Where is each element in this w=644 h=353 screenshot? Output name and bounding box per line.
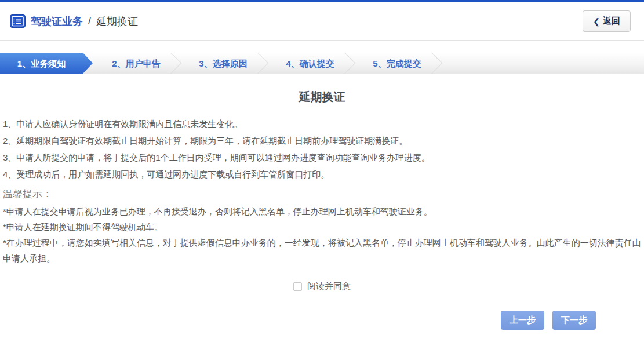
agree-label: 阅读并同意 xyxy=(307,281,351,292)
breadcrumb-current-page: 延期换证 xyxy=(96,14,138,28)
notice-content: 1、申请人应确认身份证明在有效期限满内且信息未发生变化。 2、延期期限自驾驶证有… xyxy=(3,115,641,266)
notice-item: 3、申请人所提交的申请，将于提交后的1个工作日内受理，期间可以通过网办进度查询功… xyxy=(3,149,641,166)
previous-step-button[interactable]: 上一步 xyxy=(501,311,544,330)
back-button-label: 返回 xyxy=(603,16,620,27)
step-5-complete-submit[interactable]: 5、完成提交 xyxy=(354,53,441,74)
step-4-confirm-submit[interactable]: 4、确认提交 xyxy=(267,53,354,74)
next-step-button[interactable]: 下一步 xyxy=(552,311,596,330)
notice-item: 1、申请人应确认身份证明在有效期限满内且信息未发生变化。 xyxy=(3,115,641,132)
tip-item: *申请人在延期换证期间不得驾驶机动车。 xyxy=(3,219,641,235)
step-navigation: 1、业务须知 2、用户申告 3、选择原因 4、确认提交 5、完成提交 xyxy=(0,53,644,74)
breadcrumb: 驾驶证业务 / 延期换证 xyxy=(10,14,138,28)
breadcrumb-separator: / xyxy=(88,15,91,27)
notice-item: 4、受理成功后，用户如需延期回执，可通过网办进度下载或自行到车管所窗口打印。 xyxy=(3,166,641,183)
breadcrumb-business-category[interactable]: 驾驶证业务 xyxy=(31,14,83,28)
back-chevron-icon: ❮ xyxy=(593,17,600,26)
tip-item: *在办理过程中，请您如实填写相关信息，对于提供虚假信息申办业务的，一经发现，将被… xyxy=(3,235,641,266)
notice-item: 2、延期期限自驾驶证有效期截止日期开始计算，期限为三年，请在延期截止日期前办理驾… xyxy=(3,132,641,149)
list-icon xyxy=(10,14,26,28)
step-2-user-declaration[interactable]: 2、用户申告 xyxy=(93,53,180,74)
step-1-business-notice[interactable]: 1、业务须知 xyxy=(0,53,93,74)
page-header: 驾驶证业务 / 延期换证 ❮ 返回 xyxy=(0,2,644,41)
tips-heading: 温馨提示： xyxy=(3,184,641,203)
page-title: 延期换证 xyxy=(0,89,644,105)
agree-checkbox[interactable] xyxy=(293,282,302,291)
step-3-select-reason[interactable]: 3、选择原因 xyxy=(180,53,267,74)
tip-item: *申请人在提交申请后视为业务已办理，不再接受退办，否则将记入黑名单，停止办理网上… xyxy=(3,203,641,219)
back-button[interactable]: ❮ 返回 xyxy=(583,10,631,32)
footer-actions: 上一步 下一步 xyxy=(0,311,644,330)
agreement-row: 阅读并同意 xyxy=(0,281,644,292)
